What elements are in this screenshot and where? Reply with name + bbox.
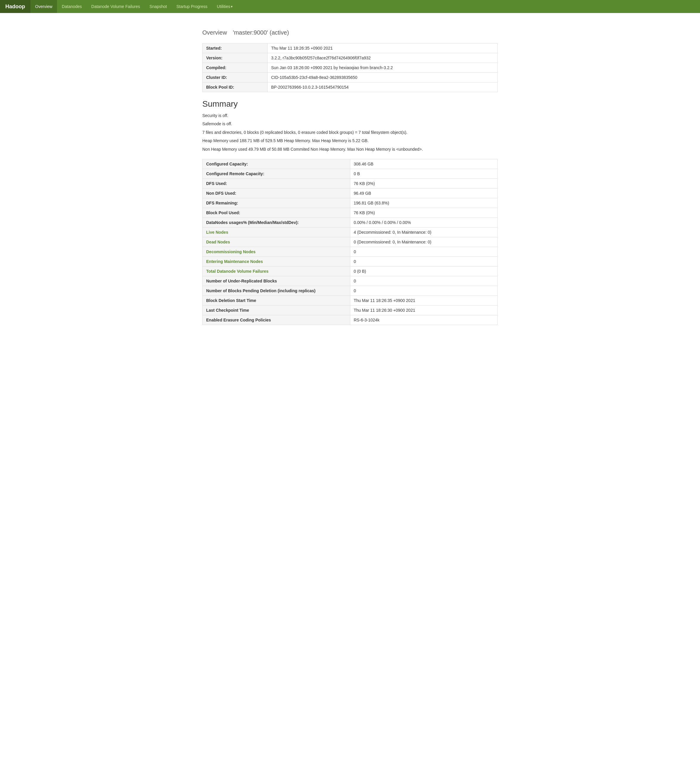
row-value: CID-105a53b5-23cf-49a8-8ea2-362893835650	[268, 73, 498, 82]
row-value: 0 (Decommissioned: 0, In Maintenance: 0)	[350, 237, 498, 247]
row-value: 0 (0 B)	[350, 266, 498, 276]
row-value: 4 (Decommissioned: 0, In Maintenance: 0)	[350, 227, 498, 237]
row-value: 0	[350, 286, 498, 296]
row-value: 96.49 GB	[350, 188, 498, 198]
nav-item-utilities[interactable]: Utilities	[212, 0, 238, 13]
summary-line: Heap Memory used 188.71 MB of 529.5 MB H…	[202, 138, 498, 144]
row-value: 196.81 GB (63.8%)	[350, 198, 498, 208]
summary-line: Non Heap Memory used 49.79 MB of 50.88 M…	[202, 146, 498, 152]
row-value: 3.2.2, r7a3bc90b05f257c8ace2f76d74264906…	[268, 53, 498, 63]
nav-item-snapshot[interactable]: Snapshot	[145, 0, 171, 13]
row-label[interactable]: Dead Nodes	[203, 237, 350, 247]
table-row: Configured Remote Capacity:0 B	[203, 169, 498, 178]
row-label: Number of Under-Replicated Blocks	[203, 276, 350, 286]
info-table: Started:Thu Mar 11 18:26:35 +0900 2021Ve…	[202, 43, 498, 92]
row-value: 0	[350, 247, 498, 256]
row-label: DataNodes usages% (Min/Median/Max/stdDev…	[203, 217, 350, 227]
nav-item-datanode-volume-failures[interactable]: Datanode Volume Failures	[87, 0, 145, 13]
row-label: Last Checkpoint Time	[203, 305, 350, 315]
row-value: 0	[350, 256, 498, 266]
table-row: Version:3.2.2, r7a3bc90b05f257c8ace2f76d…	[203, 53, 498, 63]
table-row: Configured Capacity:308.46 GB	[203, 159, 498, 169]
summary-line: 7 files and directories, 0 blocks (0 rep…	[202, 129, 498, 136]
row-value: 76 KB (0%)	[350, 208, 498, 217]
table-row: Started:Thu Mar 11 18:26:35 +0900 2021	[203, 44, 498, 53]
table-row: Compiled:Sun Jan 03 18:26:00 +0900 2021 …	[203, 63, 498, 73]
table-row: DFS Remaining:196.81 GB (63.8%)	[203, 198, 498, 208]
table-row: Number of Blocks Pending Deletion (inclu…	[203, 286, 498, 296]
row-value: BP-2002763966-10.0.2.3-1615454790154	[268, 82, 498, 92]
row-label: Version:	[203, 53, 268, 63]
nav-item-datanodes[interactable]: Datanodes	[57, 0, 87, 13]
row-label: Configured Remote Capacity:	[203, 169, 350, 178]
row-label: DFS Remaining:	[203, 198, 350, 208]
row-value: 76 KB (0%)	[350, 178, 498, 188]
table-row: DataNodes usages% (Min/Median/Max/stdDev…	[203, 217, 498, 227]
row-value: Sun Jan 03 18:26:00 +0900 2021 by hexiao…	[268, 63, 498, 73]
summary-lines: Security is off.Safemode is off.7 files …	[202, 112, 498, 152]
navigation: Hadoop Overview Datanodes Datanode Volum…	[0, 0, 700, 13]
row-value: 0 B	[350, 169, 498, 178]
brand-logo: Hadoop	[0, 0, 31, 13]
summary-table: Configured Capacity:308.46 GBConfigured …	[202, 159, 498, 325]
nav-item-overview[interactable]: Overview	[31, 0, 57, 13]
row-label: Non DFS Used:	[203, 188, 350, 198]
row-value: 0	[350, 276, 498, 286]
page-title: Overview 'master:9000' (active)	[202, 25, 498, 37]
table-row: Last Checkpoint TimeThu Mar 11 18:26:30 …	[203, 305, 498, 315]
nav-item-startup-progress[interactable]: Startup Progress	[171, 0, 212, 13]
table-row: Entering Maintenance Nodes0	[203, 256, 498, 266]
row-label: Enabled Erasure Coding Policies	[203, 315, 350, 325]
row-label: DFS Used:	[203, 178, 350, 188]
row-label: Compiled:	[203, 63, 268, 73]
table-row: Dead Nodes0 (Decommissioned: 0, In Maint…	[203, 237, 498, 247]
summary-line: Security is off.	[202, 112, 498, 119]
row-label[interactable]: Decommissioning Nodes	[203, 247, 350, 256]
row-label: Cluster ID:	[203, 73, 268, 82]
row-label[interactable]: Entering Maintenance Nodes	[203, 256, 350, 266]
row-value: Thu Mar 11 18:26:30 +0900 2021	[350, 305, 498, 315]
row-value: 0.00% / 0.00% / 0.00% / 0.00%	[350, 217, 498, 227]
table-row: Total Datanode Volume Failures0 (0 B)	[203, 266, 498, 276]
row-label: Block Pool Used:	[203, 208, 350, 217]
table-row: Decommissioning Nodes0	[203, 247, 498, 256]
row-value: Thu Mar 11 18:26:35 +0900 2021	[350, 296, 498, 305]
row-value: 308.46 GB	[350, 159, 498, 169]
row-label: Configured Capacity:	[203, 159, 350, 169]
row-label[interactable]: Live Nodes	[203, 227, 350, 237]
row-label: Number of Blocks Pending Deletion (inclu…	[203, 286, 350, 296]
table-row: Number of Under-Replicated Blocks0	[203, 276, 498, 286]
summary-line: Safemode is off.	[202, 121, 498, 127]
row-label[interactable]: Total Datanode Volume Failures	[203, 266, 350, 276]
table-row: Non DFS Used:96.49 GB	[203, 188, 498, 198]
row-value: Thu Mar 11 18:26:35 +0900 2021	[268, 44, 498, 53]
row-label: Block Deletion Start Time	[203, 296, 350, 305]
table-row: DFS Used:76 KB (0%)	[203, 178, 498, 188]
row-label: Started:	[203, 44, 268, 53]
summary-title: Summary	[202, 99, 498, 109]
table-row: Live Nodes4 (Decommissioned: 0, In Maint…	[203, 227, 498, 237]
main-content: Overview 'master:9000' (active) Started:…	[196, 13, 504, 338]
table-row: Block Deletion Start TimeThu Mar 11 18:2…	[203, 296, 498, 305]
row-label: Block Pool ID:	[203, 82, 268, 92]
table-row: Cluster ID:CID-105a53b5-23cf-49a8-8ea2-3…	[203, 73, 498, 82]
table-row: Block Pool Used:76 KB (0%)	[203, 208, 498, 217]
table-row: Block Pool ID:BP-2002763966-10.0.2.3-161…	[203, 82, 498, 92]
row-value: RS-6-3-1024k	[350, 315, 498, 325]
table-row: Enabled Erasure Coding PoliciesRS-6-3-10…	[203, 315, 498, 325]
